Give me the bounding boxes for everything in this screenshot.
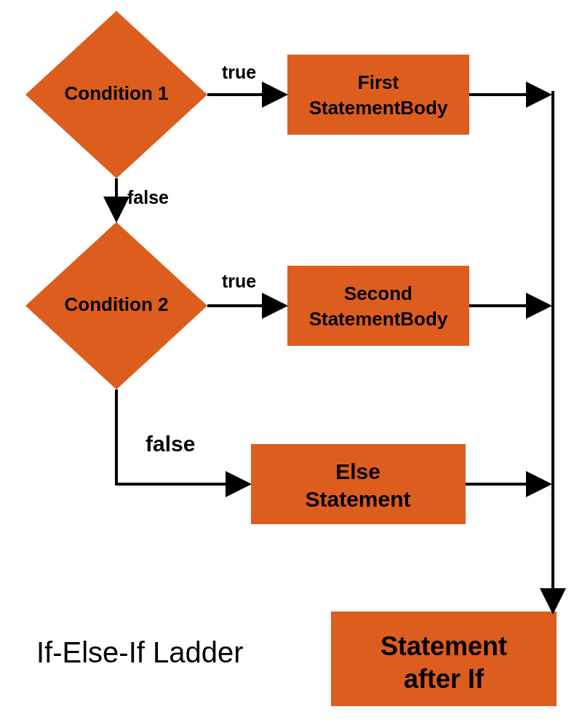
node-condition-1: Condition 1 [25, 11, 207, 178]
diagram-title: If-Else-If Ladder [36, 636, 244, 668]
svg-rect-4 [251, 444, 466, 524]
node-else: Else Statement [251, 444, 466, 524]
label-true-1: true [222, 62, 256, 82]
after-if-line2: after If [404, 664, 485, 694]
else-line2: Statement [305, 487, 410, 511]
first-body-line1: First [358, 71, 399, 93]
second-body-line1: Second [344, 282, 412, 304]
condition-2-label: Condition 2 [65, 293, 169, 315]
condition-1-label: Condition 1 [65, 82, 169, 104]
svg-rect-3 [287, 266, 469, 346]
label-false-1: false [127, 187, 169, 207]
node-first-body: First StatementBody [287, 55, 469, 135]
svg-rect-1 [287, 55, 469, 135]
label-false-2: false [146, 432, 195, 456]
second-body-line2: StatementBody [309, 308, 448, 330]
first-body-line2: StatementBody [309, 97, 448, 119]
node-second-body: Second StatementBody [287, 266, 469, 346]
label-true-2: true [222, 271, 256, 291]
flowchart-if-else-if: Condition 1 First StatementBody Conditio… [0, 0, 582, 728]
node-statement-after-if: Statement after If [331, 612, 557, 706]
else-line1: Else [335, 459, 380, 483]
node-condition-2: Condition 2 [25, 222, 207, 389]
after-if-line1: Statement [380, 631, 507, 661]
